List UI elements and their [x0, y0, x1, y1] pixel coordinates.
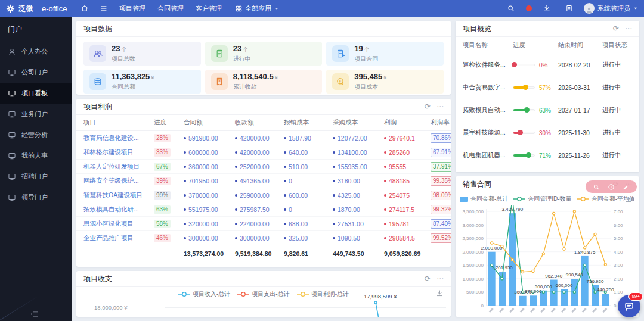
chart-hover-toolbar — [586, 180, 637, 193]
monitor-icon — [8, 173, 16, 181]
download-chart-icon[interactable] — [436, 289, 444, 297]
profit-table-row: 机器人定位研发项目 67% 360000.00252000.00510.0015… — [76, 160, 451, 174]
more-icon[interactable]: ⋯ — [436, 103, 444, 110]
progress-slider: 57% — [513, 85, 558, 91]
margin-badge: 67.91% — [431, 148, 451, 157]
stat-value: 23个 — [233, 44, 248, 53]
amount-cell: 591980.00 — [184, 135, 235, 142]
svg-text:1,000,000: 1,000,000 — [462, 276, 484, 282]
zoom-search-icon[interactable] — [593, 183, 600, 191]
amount-cell: 195781 — [384, 220, 431, 227]
user-chevron-icon — [633, 6, 638, 11]
project-link[interactable]: 企业产品推广项目 — [83, 234, 154, 242]
balance-point-label: 17,998,599 ¥ — [364, 293, 397, 300]
sidebar-item-2[interactable]: 项目看板 — [0, 83, 72, 104]
download-icon[interactable] — [540, 2, 554, 15]
amount-cell: 0 — [284, 177, 333, 185]
stat-tile-4: ¥ 8,118,540.5¥ 累计收款 — [205, 70, 323, 94]
project-link[interactable]: 网络安全等级保护... — [83, 177, 154, 185]
document-icon[interactable] — [562, 2, 576, 15]
sidebar-item-7[interactable]: 领导门户 — [0, 187, 72, 208]
monitor-icon — [8, 131, 16, 139]
balance-axis-tick: 18,000,000 ¥ — [94, 304, 127, 311]
chat-unread-badge: 99+ — [628, 292, 643, 301]
nav-item-1[interactable]: 合同管理 — [157, 4, 184, 13]
home-icon[interactable] — [78, 2, 92, 15]
download-chart-icon[interactable] — [624, 195, 632, 203]
project-link[interactable]: 思源小区绿化项目 — [83, 220, 154, 228]
sidebar-item-4[interactable]: 经营分析 — [0, 124, 72, 145]
refresh-icon[interactable]: ⟳ — [425, 103, 431, 110]
sidebar-item-label: 招聘门户 — [21, 172, 48, 181]
sidebar-item-label: 公司门户 — [21, 68, 48, 77]
project-link[interactable]: 机器人定位研发项目 — [83, 163, 154, 171]
project-link[interactable]: 和林格尔建设项目 — [83, 148, 154, 157]
more-icon[interactable]: ⋯ — [625, 25, 632, 32]
status-label: 进行中 — [602, 83, 632, 92]
svg-text:0: 0 — [481, 303, 484, 308]
progress-badge: 58% — [154, 220, 171, 228]
amount-cell: 252000.00 — [235, 163, 284, 170]
progress-percent: 0% — [539, 62, 553, 68]
weaver-logo-icon — [6, 4, 15, 13]
status-label: 进行中 — [602, 106, 632, 114]
search-icon[interactable] — [504, 2, 518, 15]
comment-icon[interactable] — [608, 183, 615, 191]
stat-value: 8,118,540.5¥ — [233, 72, 278, 81]
project-link[interactable]: 智慧科技OA建设项目 — [83, 191, 154, 200]
more-icon[interactable]: ⋯ — [436, 275, 444, 282]
amount-cell: 300000.00 — [235, 235, 284, 242]
legend-item[interactable]: 项目支出-总计 — [237, 290, 289, 298]
amount-cell: 510.00 — [284, 163, 333, 170]
project-data-title: 项目数据 — [83, 24, 112, 34]
chat-fab-button[interactable]: 99+ — [618, 295, 640, 317]
sidebar-item-1[interactable]: 公司门户 — [0, 62, 72, 83]
nav-item-0[interactable]: 项目管理 — [119, 4, 145, 13]
amount-cell: 1870.00 — [333, 206, 384, 213]
sidebar-item-5[interactable]: 我的人事 — [0, 145, 72, 166]
legend-item[interactable]: 合同管理ID-数量 — [513, 195, 571, 203]
svg-text:560,000: 560,000 — [535, 284, 552, 289]
all-apps-menu[interactable]: 全部应用 — [235, 4, 280, 13]
stat-tile-2: 19个 项目合同 — [326, 42, 444, 66]
sidebar-item-0[interactable]: 个人办公 — [0, 41, 72, 62]
balance-income-line — [361, 300, 385, 317]
edit-pen-icon[interactable] — [623, 183, 630, 191]
sidebar-collapse-icon[interactable] — [30, 311, 39, 317]
project-link[interactable]: 教育局信息化建设... — [83, 134, 154, 142]
progress-slider: 71% — [513, 152, 558, 159]
status-label: 进行中 — [602, 61, 632, 69]
monitor-icon — [8, 194, 16, 202]
project-data-card: 项目数据 23个 项目总数 23个 进行中 19个 项目合同 11,363,82… — [76, 21, 451, 95]
profit-table-row: 教育局信息化建设... 28% 591980.00420000.001587.9… — [76, 131, 451, 145]
product-name: e-office — [42, 4, 67, 13]
sidebar-item-3[interactable]: 业务门户 — [0, 104, 72, 124]
legend-item[interactable]: 项目利润-总计 — [297, 290, 349, 298]
amount-cell: 640.00 — [284, 149, 333, 156]
legend-item[interactable]: 合同金额-总计 — [460, 195, 508, 203]
project-link[interactable]: 拓致模具自动化研... — [83, 205, 154, 214]
sidebar-item-label: 项目看板 — [21, 89, 48, 98]
sidebar-item-label: 经营分析 — [21, 130, 48, 139]
refresh-icon[interactable]: ⟳ — [613, 25, 619, 32]
profit-table-row: 思源小区绿化项目 58% 320000.00224000.00688.00275… — [76, 217, 451, 231]
notification-dot[interactable] — [526, 5, 532, 11]
menu-icon[interactable] — [97, 2, 111, 15]
brand[interactable]: 泛微 e-office — [6, 4, 73, 14]
stat-label: 项目成本 — [354, 83, 386, 91]
refresh-icon[interactable]: ⟳ — [425, 275, 431, 282]
sidebar-item-label: 领导门户 — [21, 193, 48, 202]
amount-cell: 254075 — [384, 192, 431, 199]
nav-item-2[interactable]: 客户管理 — [196, 4, 222, 13]
svg-text:1,500,000: 1,500,000 — [462, 263, 484, 268]
sidebar-item-6[interactable]: 招聘门户 — [0, 166, 72, 187]
amount-cell: 4325.00 — [333, 192, 384, 199]
amount-cell: 134100.00 — [333, 149, 384, 156]
progress-percent: 71% — [539, 152, 553, 159]
overview-table-row: 中合贸易数字... 57% 2026-03-31 进行中 — [456, 76, 639, 99]
svg-text:2,000,000: 2,000,000 — [481, 245, 503, 251]
user-menu[interactable]: 系统管理员 — [584, 3, 638, 14]
legend-item[interactable]: 项目收入-总计 — [178, 290, 230, 298]
progress-badge: 28% — [154, 134, 171, 142]
chevron-down-icon — [274, 5, 280, 11]
